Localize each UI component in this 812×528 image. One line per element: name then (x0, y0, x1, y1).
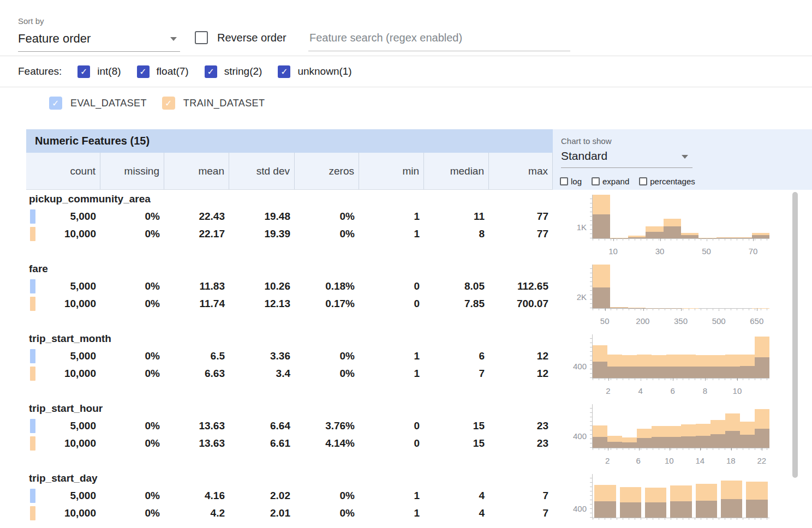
histogram-bar-eval (696, 436, 710, 448)
stat-cell-max: 77 (489, 208, 553, 225)
stat-cell-count: 10,000 (26, 225, 100, 243)
feature-name: fare (26, 260, 553, 278)
chart-option-label: expand (602, 177, 629, 186)
checkbox-unchecked-icon (195, 31, 208, 44)
x-axis-tick (641, 378, 641, 381)
x-axis-tick (660, 238, 661, 241)
histogram-plot (592, 334, 769, 379)
stat-cell-mean: 6.5 (164, 347, 229, 365)
stat-cell-zeros: 0% (295, 505, 359, 522)
eval-legend-swatch (30, 279, 35, 293)
stat-cell-std-dev: 2.01 (229, 505, 295, 522)
x-axis-labels: 2610141822 (592, 456, 769, 466)
reverse-order-checkbox[interactable]: Reverse order (195, 31, 286, 44)
x-axis-tick-label: 200 (636, 316, 649, 326)
feature-type-filter-int[interactable]: int(8) (77, 65, 121, 78)
chart-option-percentages[interactable]: percentages (639, 177, 695, 186)
histogram-bar-eval (696, 367, 710, 378)
stat-cell-missing: 0% (100, 417, 164, 435)
stat-cell-count: 10,000 (26, 365, 100, 382)
column-header-mean: mean (164, 153, 229, 189)
stat-cell-median: 4 (424, 505, 489, 522)
histogram-bar-eval (622, 367, 636, 378)
x-axis-tick-label: 30 (655, 247, 665, 256)
eval-legend-swatch (30, 489, 35, 503)
stat-cell-max: 23 (489, 417, 553, 435)
stat-cell-mean: 4.16 (164, 487, 229, 505)
checkbox-unchecked-icon (592, 177, 600, 185)
chart-option-label: log (571, 177, 582, 186)
x-axis-labels (592, 526, 769, 528)
chart-option-log[interactable]: log (560, 177, 582, 186)
stat-cell-std-dev: 3.36 (229, 347, 295, 365)
x-axis-tick-label: 500 (712, 316, 726, 326)
feature-type-filter-label: int(8) (97, 65, 121, 77)
x-axis-tick (643, 308, 644, 311)
chevron-down-icon (682, 155, 688, 159)
feature-type-filter-string[interactable]: string(2) (205, 65, 262, 78)
dataset-toggle-eval[interactable]: EVAL_DATASET (49, 97, 147, 110)
histogram-bar-eval (628, 237, 646, 238)
feature-type-filter-label: string(2) (224, 65, 262, 77)
feature-histogram: 400 (553, 469, 812, 528)
histogram-bar-eval (755, 357, 769, 378)
stat-cell-zeros: 3.76% (295, 417, 359, 435)
histogram-bar-eval (645, 502, 666, 518)
eval-legend-swatch (30, 419, 35, 433)
histogram-bar-eval (681, 436, 695, 448)
histogram-bar-eval (681, 235, 698, 238)
stat-cell-zeros: 4.14% (295, 435, 359, 452)
feature-type-filter-unknown[interactable]: unknown(1) (278, 65, 351, 78)
stat-cell-max: 7 (489, 487, 553, 505)
feature-filter-options: int(8)float(7)string(2)unknown(1) (77, 65, 351, 78)
histogram-bar-eval (734, 238, 751, 238)
histogram-bar-eval (696, 501, 717, 518)
vertical-scrollbar[interactable] (792, 192, 798, 478)
stat-cell-median: 15 (424, 417, 489, 435)
histogram-bar-eval (622, 442, 636, 448)
checkbox-checked-icon (49, 97, 62, 110)
chart-option-expand[interactable]: expand (592, 177, 629, 186)
stat-cell-mean: 6.63 (164, 365, 229, 382)
stat-cell-std-dev: 6.64 (229, 417, 295, 435)
feature-search-input[interactable] (308, 28, 570, 51)
table-title: Numeric Features (15) (26, 129, 553, 153)
stat-cell-std-dev: 6.61 (229, 435, 295, 452)
toolbar: Sort by Feature order Reverse order (0, 0, 812, 56)
histogram-bar-eval (740, 366, 754, 378)
stat-cell-count: 5,000 (26, 278, 100, 295)
y-axis-tick-label: 1K (553, 223, 587, 232)
feature-stats: trip_start_hour5,0000%13.636.643.76%0152… (26, 399, 553, 469)
x-axis-tick (681, 308, 682, 311)
chart-type-select[interactable]: Standard (561, 149, 692, 168)
histogram-bar-eval (710, 367, 725, 378)
stat-cell-min: 1 (359, 347, 424, 365)
checkbox-checked-icon (137, 65, 150, 78)
stats-row-train: 10,0000%6.633.40%1712 (26, 365, 553, 382)
checkbox-checked-icon (77, 65, 90, 78)
reverse-order-label: Reverse order (217, 32, 286, 44)
stat-cell-zeros: 0% (295, 365, 359, 382)
histogram-bar-eval (652, 437, 666, 448)
feature-type-filter-float[interactable]: float(7) (137, 65, 189, 78)
stat-cell-zeros: 0% (295, 208, 359, 225)
stat-cell-zeros: 0% (295, 225, 359, 243)
x-axis-tick-label: 50 (600, 316, 610, 326)
stat-cell-std-dev: 12.13 (229, 295, 295, 313)
histogram-plot (592, 404, 769, 448)
x-axis-tick-label: 350 (674, 316, 688, 326)
stat-cell-mean: 22.43 (164, 208, 229, 225)
stat-cell-missing: 0% (100, 208, 164, 225)
dataset-toggle-train[interactable]: TRAIN_DATASET (162, 97, 265, 110)
stat-cell-median: 11 (424, 208, 489, 225)
x-axis-labels: 246810 (592, 386, 769, 396)
sort-by-value: Feature order (18, 32, 91, 45)
stat-cell-missing: 0% (100, 347, 164, 365)
feature-block: trip_start_month5,0000%6.53.360%161210,0… (26, 329, 812, 399)
x-axis-tick (700, 448, 701, 451)
x-axis-tick-label: 2 (605, 456, 610, 465)
sort-by-select[interactable]: Feature order (18, 31, 180, 52)
x-axis-tick-label: 10 (608, 247, 618, 256)
histogram-bar-eval (721, 499, 742, 518)
train-legend-swatch (30, 436, 35, 451)
